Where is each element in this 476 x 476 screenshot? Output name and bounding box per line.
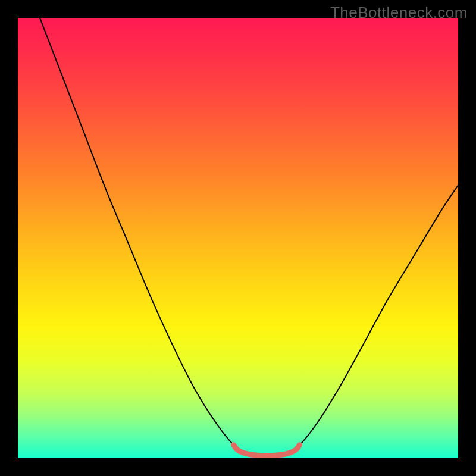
- watermark-text: TheBottleneck.com: [330, 4, 468, 22]
- plot-area: [18, 18, 458, 458]
- curve-layer: [18, 18, 458, 458]
- chart-frame: TheBottleneck.com: [0, 0, 476, 476]
- bottom-highlight: [234, 445, 300, 456]
- bottleneck-curve: [40, 18, 458, 456]
